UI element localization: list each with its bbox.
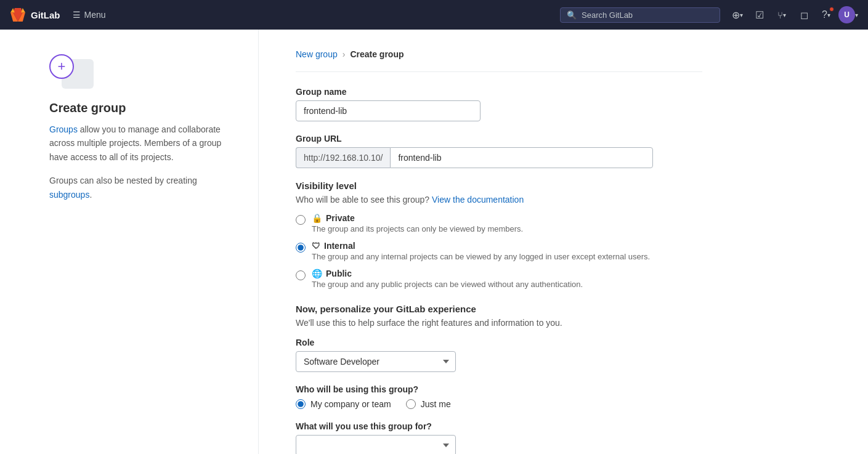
gitlab-wordmark: GitLab [31,10,60,20]
what-field: What will you use this group for? CI/CD … [296,421,702,454]
notification-badge [829,7,834,12]
role-select[interactable]: Software Developer DevOps Engineer Syste… [296,351,456,372]
visibility-public-label: 🌐 Public The group and any public projec… [312,269,583,289]
issues-button[interactable]: ◻ [794,5,814,25]
who-company-label: My company or team [310,399,391,409]
role-field: Role Software Developer DevOps Engineer … [296,338,702,372]
merge-icon: ⑂ [777,10,783,20]
who-me-radio[interactable] [406,399,416,409]
lock-icon: 🔒 [312,213,322,223]
subgroups-link[interactable]: subgroups [49,190,89,200]
shield-icon: 🛡 [312,241,320,251]
create-new-button[interactable]: ⊕ ▾ [728,5,747,25]
sidebar-title: Create group [49,101,233,115]
sidebar-icon-area: + [49,54,233,91]
visibility-private-option[interactable]: 🔒 Private The group and its projects can… [296,213,702,233]
visibility-private-radio[interactable] [296,215,306,225]
visibility-public-radio[interactable] [296,270,306,280]
todo-icon: ☑ [755,9,764,21]
who-company-radio[interactable] [296,399,306,409]
who-field: Who will be using this group? My company… [296,384,702,409]
who-radio-group: My company or team Just me [296,399,702,409]
visibility-subtitle-text: Who will be able to see this group? [296,195,429,205]
sidebar-desc2-text: Groups can also be nested by creating [49,176,197,185]
groups-link[interactable]: Groups [49,124,78,134]
search-bar[interactable]: 🔍 Search GitLab [560,7,720,23]
gitlab-logo[interactable]: GitLab [10,7,60,23]
visibility-public-text: Public [326,269,352,278]
form-area: New group › Create group Group name Grou… [259,30,739,454]
help-icon: ? [822,9,827,20]
url-prefix: http://192.168.10.10/ [296,147,390,168]
sidebar: + Create group Groups allow you to manag… [0,30,259,454]
chevron-down-icon: ▾ [855,12,858,18]
main-wrapper: + Create group Groups allow you to manag… [0,30,868,454]
breadcrumb: New group › Create group [296,49,702,59]
visibility-public-desc: The group and any public projects can be… [312,280,583,289]
group-name-input[interactable] [296,100,481,121]
who-me-option[interactable]: Just me [406,399,451,409]
group-url-field: Group URL http://192.168.10.10/ [296,134,702,168]
sidebar-description-2: Groups can also be nested by creating su… [49,174,233,201]
who-label: Who will be using this group? [296,384,702,394]
visibility-doc-link[interactable]: View the documentation [432,195,524,205]
sidebar-description: Groups allow you to manage and collabora… [49,123,233,164]
url-input-group: http://192.168.10.10/ [296,147,653,168]
hamburger-icon: ☰ [73,10,81,20]
topnav: GitLab ☰ Menu 🔍 Search GitLab ⊕ ▾ ☑ ⑂ ▾ … [0,0,868,30]
chevron-down-icon: ▾ [740,12,743,18]
folder-icon: + [49,54,94,91]
visibility-internal-option[interactable]: 🛡 Internal The group and any internal pr… [296,241,702,261]
merge-requests-button[interactable]: ⑂ ▾ [772,5,792,25]
visibility-private-title: 🔒 Private [312,213,523,223]
breadcrumb-separator: › [343,49,346,59]
visibility-private-desc: The group and its projects can only be v… [312,224,523,233]
group-name-field: Group name [296,87,702,121]
who-me-label: Just me [421,399,451,409]
avatar: U [838,6,855,23]
visibility-internal-desc: The group and any internal projects can … [312,252,650,261]
group-url-input[interactable] [390,147,653,168]
personalize-title: Now, personalize your GitLab experience [296,304,702,314]
chevron-down-icon: ▾ [827,12,830,18]
breadcrumb-current: Create group [350,49,404,59]
visibility-internal-title: 🛡 Internal [312,241,650,251]
breadcrumb-new-group[interactable]: New group [296,49,338,59]
sidebar-desc2-end: . [89,190,92,200]
group-name-label: Group name [296,87,702,97]
visibility-internal-text: Internal [324,241,355,251]
personalize-desc: We'll use this to help surface the right… [296,318,702,328]
menu-button[interactable]: ☰ Menu [68,7,111,22]
visibility-title: Visibility level [296,180,702,191]
visibility-private-text: Private [326,213,355,223]
help-button[interactable]: ? ▾ [816,5,836,25]
todos-button[interactable]: ☑ [750,5,769,25]
plus-circle-icon: + [49,54,74,79]
visibility-public-title: 🌐 Public [312,269,583,278]
issues-icon: ◻ [800,9,808,21]
search-placeholder: Search GitLab [582,10,633,20]
visibility-internal-label: 🛡 Internal The group and any internal pr… [312,241,650,261]
globe-icon: 🌐 [312,269,322,278]
role-label: Role [296,338,702,347]
form-divider [296,71,702,72]
plus-icon: ⊕ [732,9,740,21]
visibility-subtitle: Who will be able to see this group? View… [296,195,702,205]
user-avatar-button[interactable]: U ▾ [838,5,858,25]
visibility-internal-radio[interactable] [296,243,306,253]
visibility-section: Visibility level Who will be able to see… [296,180,702,289]
chevron-down-icon: ▾ [783,12,786,18]
group-url-label: Group URL [296,134,702,144]
visibility-private-label: 🔒 Private The group and its projects can… [312,213,523,233]
visibility-public-option[interactable]: 🌐 Public The group and any public projec… [296,269,702,289]
menu-label: Menu [84,10,106,20]
what-label: What will you use this group for? [296,421,702,431]
search-icon: 🔍 [567,10,577,20]
nav-icons: ⊕ ▾ ☑ ⑂ ▾ ◻ ? ▾ U ▾ [728,5,858,25]
personalize-section: Now, personalize your GitLab experience … [296,304,702,454]
what-select[interactable]: CI/CD Project Management Code Review Oth… [296,435,456,454]
who-company-option[interactable]: My company or team [296,399,391,409]
